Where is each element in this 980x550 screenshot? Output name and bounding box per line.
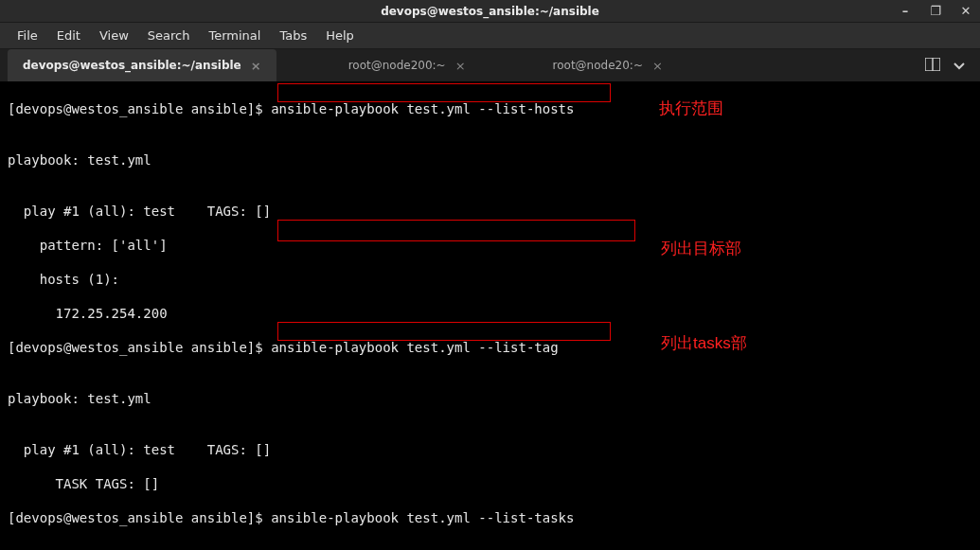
highlight-box-1 bbox=[277, 83, 611, 102]
split-terminal-icon[interactable] bbox=[925, 58, 940, 74]
tabbar-actions bbox=[925, 49, 972, 81]
output-line: hosts (1): bbox=[8, 271, 972, 288]
output-line: pattern: ['all'] bbox=[8, 237, 972, 254]
maximize-button[interactable]: ❐ bbox=[929, 4, 942, 18]
tab-close-icon[interactable]: × bbox=[251, 59, 261, 73]
menu-help[interactable]: Help bbox=[316, 25, 364, 46]
command-3: ansible-playbook test.yml --list-tasks bbox=[271, 510, 574, 525]
command-2: ansible-playbook test.yml --list-tag bbox=[271, 340, 558, 355]
menu-bar: File Edit View Search Terminal Tabs Help bbox=[0, 23, 980, 49]
menu-tabs[interactable]: Tabs bbox=[270, 25, 316, 46]
tab-label: devops@westos_ansible:~/ansible bbox=[23, 59, 241, 72]
menu-edit[interactable]: Edit bbox=[47, 25, 90, 46]
menu-file[interactable]: File bbox=[8, 25, 47, 46]
command-1: ansible-playbook test.yml --list-hosts bbox=[271, 101, 574, 116]
output-line: play #1 (all): test TAGS: [] bbox=[8, 441, 972, 458]
window-titlebar: devops@westos_ansible:~/ansible – ❐ ✕ bbox=[0, 0, 980, 23]
close-button[interactable]: ✕ bbox=[959, 4, 972, 18]
menu-terminal[interactable]: Terminal bbox=[199, 25, 270, 46]
tab-bar: devops@westos_ansible:~/ansible × root@n… bbox=[0, 49, 980, 81]
tab-close-icon[interactable]: × bbox=[455, 59, 466, 73]
tab-1[interactable]: root@node200:~ × bbox=[333, 49, 481, 81]
output-line: play #1 (all): test TAGS: [] bbox=[8, 203, 972, 220]
output-line: playbook: test.yml bbox=[8, 151, 972, 169]
terminal-output[interactable]: [devops@westos_ansible ansible]$ ansible… bbox=[0, 81, 980, 550]
tab-close-icon[interactable]: × bbox=[652, 59, 663, 73]
tab-0[interactable]: devops@westos_ansible:~/ansible × bbox=[8, 49, 276, 81]
menu-view[interactable]: View bbox=[90, 25, 138, 46]
window-title: devops@westos_ansible:~/ansible bbox=[381, 5, 599, 18]
menu-search[interactable]: Search bbox=[138, 25, 200, 46]
tab-label: root@node200:~ bbox=[348, 59, 446, 72]
output-line: TASK TAGS: [] bbox=[8, 475, 972, 492]
output-line: playbook: test.yml bbox=[8, 390, 972, 407]
prompt: [devops@westos_ansible ansible]$ bbox=[8, 510, 271, 525]
minimize-button[interactable]: – bbox=[899, 4, 912, 18]
highlight-box-3 bbox=[277, 322, 611, 341]
tab-2[interactable]: root@node20:~ × bbox=[538, 49, 678, 81]
prompt: [devops@westos_ansible ansible]$ bbox=[8, 340, 271, 355]
chevron-down-icon[interactable] bbox=[953, 58, 965, 73]
window-controls: – ❐ ✕ bbox=[899, 4, 972, 18]
tab-label: root@node20:~ bbox=[553, 59, 643, 72]
prompt: [devops@westos_ansible ansible]$ bbox=[8, 101, 271, 116]
output-line: 172.25.254.200 bbox=[8, 305, 972, 322]
